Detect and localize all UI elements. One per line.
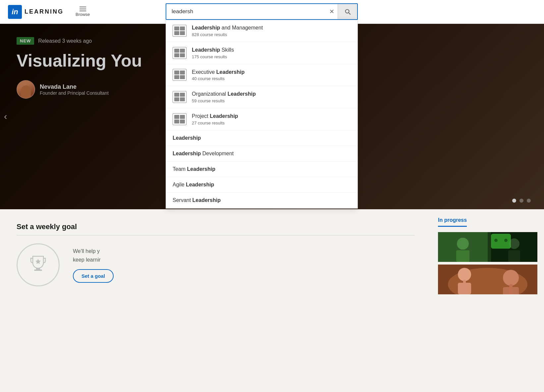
left-content: Set a weekly goal We'll help ykeep learn… [0,209,431,305]
dropdown-item-count-2: 175 course results [192,54,234,59]
svg-point-11 [504,239,508,242]
clear-button[interactable]: ✕ [326,5,338,18]
search-container: ✕ Leadership and Management [166,3,358,20]
linkedin-logo: in LEARNING [8,5,64,19]
search-icon [344,8,351,15]
course-card-1[interactable] [438,232,537,262]
in-progress-tab[interactable]: In progress [438,217,467,227]
dropdown-text-leadership-development[interactable]: Leadership Development [166,146,357,162]
trophy-icon [30,255,46,275]
search-dropdown: Leadership and Management 828 course res… [166,20,358,209]
dropdown-item-count-3: 40 course results [192,76,245,81]
dropdown-item-leadership-management[interactable]: Leadership and Management 828 course res… [166,20,357,42]
dropdown-item-count-4: 59 course results [192,98,256,103]
course-category-icon [173,113,187,125]
course-category-icon [173,47,187,59]
svg-point-10 [494,239,498,242]
dropdown-item-title-3: Executive Leadership [192,69,245,76]
set-goal-button[interactable]: Set a goal [73,269,114,283]
dropdown-item-text: Organizational Leadership 59 course resu… [192,91,256,103]
dropdown-text-servant-leadership[interactable]: Servant Leadership [166,193,357,208]
course-thumbnail-1 [438,232,537,262]
dropdown-item-title-2: Leadership Skills [192,47,234,54]
main-area: Set a weekly goal We'll help ykeep learn… [0,209,544,305]
dropdown-text-leadership[interactable]: Leadership [166,130,357,146]
header: in LEARNING Browse ✕ [0,0,544,24]
dropdown-item-organizational-leadership[interactable]: Organizational Leadership 59 course resu… [166,86,357,108]
dropdown-item-executive-leadership[interactable]: Executive Leadership 40 course results [166,64,357,86]
goal-description: We'll help ykeep learnir Set a goal [73,247,114,283]
search-input-wrapper: ✕ [166,3,358,20]
trophy-circle [17,243,60,286]
svg-point-4 [457,238,469,250]
dropdown-item-text: Leadership and Management 828 course res… [192,24,263,37]
course-category-icon [173,25,187,37]
dropdown-item-text: Leadership Skills 175 course results [192,47,234,59]
dropdown-item-leadership-skills[interactable]: Leadership Skills 175 course results [166,42,357,64]
svg-point-15 [503,270,519,286]
dropdown-item-project-leadership[interactable]: Project Leadership 27 course results [166,108,357,130]
divider [17,235,415,235]
dropdown-item-title-5: Project Leadership [192,113,238,120]
course-card-2[interactable] [438,265,537,294]
svg-point-14 [458,268,471,281]
svg-rect-8 [508,250,520,262]
search-input[interactable] [166,4,326,19]
svg-rect-5 [456,250,469,262]
goal-content: We'll help ykeep learnir Set a goal [17,243,415,286]
dropdown-item-count-1: 828 course results [192,32,263,37]
course-category-icon [173,91,187,103]
dropdown-item-title-4: Organizational Leadership [192,91,256,98]
dropdown-item-title-1: Leadership and Management [192,24,263,31]
goal-text: We'll help ykeep learnir [73,247,114,264]
hamburger-icon [80,7,86,11]
svg-rect-1 [34,270,42,271]
course-category-icon [173,69,187,81]
svg-rect-9 [491,234,511,249]
right-sidebar: In progress [431,209,544,305]
dropdown-item-text: Executive Leadership 40 course results [192,69,245,81]
search-button[interactable] [338,4,357,19]
browse-label: Browse [76,12,90,17]
close-icon: ✕ [329,8,334,15]
browse-button[interactable]: Browse [76,7,90,17]
dropdown-text-team-leadership[interactable]: Team Leadership [166,162,357,177]
dropdown-text-agile-leadership[interactable]: Agile Leadership [166,177,357,193]
weekly-goal-title: Set a weekly goal [17,222,415,231]
linkedin-icon: in [8,5,22,19]
dropdown-item-count-5: 27 course results [192,121,238,125]
course-thumbnail-2 [438,265,537,294]
learning-label: LEARNING [25,8,64,15]
dropdown-item-text: Project Leadership 27 course results [192,113,238,125]
